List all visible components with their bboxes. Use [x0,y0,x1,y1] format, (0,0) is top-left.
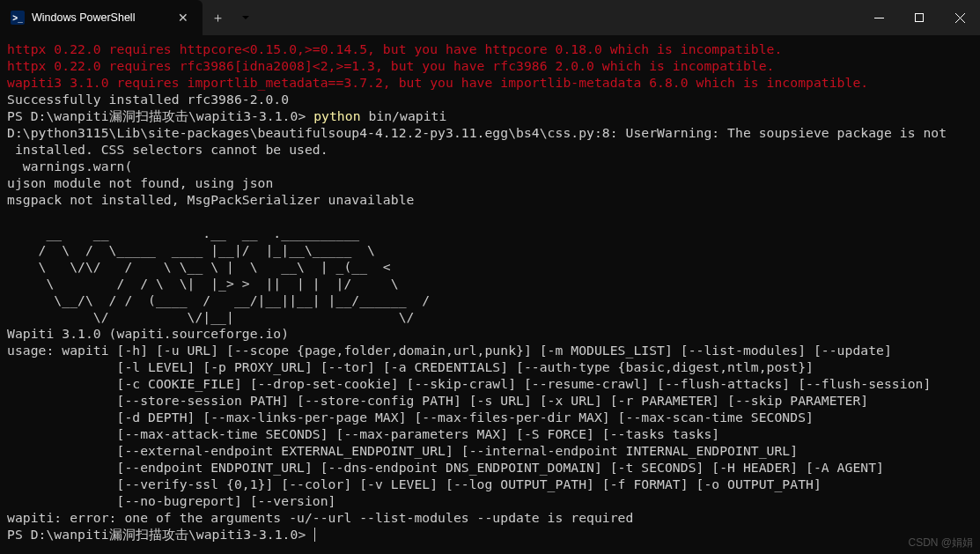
usage-line: [-c COOKIE_FILE] [--drop-set-cookie] [--… [7,376,931,391]
usage-line: [--store-session PATH] [--store-config P… [7,393,868,408]
terminal-output[interactable]: httpx 0.22.0 requires httpcore<0.15.0,>=… [0,35,980,546]
close-icon [955,13,965,23]
install-success: Successfully installed rfc3986-2.0.0 [7,92,289,107]
python-warning-line-2: installed. CSS selectors cannot be used. [7,142,328,157]
prompt-2-prefix: PS D:\wanpiti漏洞扫描攻击\wapiti3-3.1.0> [7,527,313,542]
tab-dropdown-button[interactable] [232,0,259,35]
pip-warning-3: wapiti3 3.1.0 requires importlib_metadat… [7,75,868,90]
chevron-down-icon [241,15,250,20]
minimize-button[interactable] [858,0,899,35]
prompt-1-command: python [313,108,360,123]
titlebar-drag-area[interactable] [259,0,858,35]
cursor [314,528,315,542]
prompt-1-prefix: PS D:\wanpiti漏洞扫描攻击\wapiti3-3.1.0> [7,108,313,123]
tab-close-button[interactable]: ✕ [174,9,192,26]
wapiti-error: wapiti: error: one of the arguments -u/-… [7,510,633,525]
python-warning-line-3: warnings.warn( [7,159,132,174]
ascii-art-line: \/ \/|__| \/ [7,309,414,324]
new-tab-button[interactable]: ＋ [203,0,232,35]
msgpack-notice: msgpack not installed, MsgPackSerializer… [7,192,414,207]
usage-line: [-l LEVEL] [-p PROXY_URL] [--tor] [-a CR… [7,359,814,374]
maximize-icon [915,13,924,22]
usage-line: [--no-bugreport] [--version] [7,493,336,508]
usage-line: [--external-endpoint EXTERNAL_ENDPOINT_U… [7,443,798,458]
tab-title: Windows PowerShell [32,11,167,24]
minimize-icon [874,13,884,23]
ujson-notice: ujson module not found, using json [7,175,273,190]
ascii-art-line: \ \/\/ / \ \__ \ | \ __\ | _(__ < [7,259,391,274]
usage-line: [-d DEPTH] [--max-links-per-page MAX] [-… [7,410,814,425]
ascii-art-line: / \ / \_____ ____ |__|/ |_|__\_____ \ [7,242,375,257]
pip-warning-2: httpx 0.22.0 requires rfc3986[idna2008]<… [7,58,774,73]
usage-line: [--verify-ssl {0,1}] [--color] [-v LEVEL… [7,476,822,491]
usage-line: [--max-attack-time SECONDS] [--max-param… [7,426,719,441]
python-warning-line-1: D:\python3115\Lib\site-packages\beautifu… [7,125,947,140]
close-window-button[interactable] [939,0,980,35]
ascii-art-line: \__/\ / / (____ / __/|__||__| |__/______… [7,292,430,307]
wapiti-version: Wapiti 3.1.0 (wapiti.sourceforge.io) [7,326,289,341]
ascii-art-line: __ __ .__ __ .__________ [7,225,359,240]
maximize-button[interactable] [899,0,939,35]
svg-rect-1 [916,14,924,22]
powershell-icon: >_ [11,11,25,25]
pip-warning-1: httpx 0.22.0 requires httpcore<0.15.0,>=… [7,41,782,56]
usage-line: [--endpoint ENDPOINT_URL] [--dns-endpoin… [7,460,884,475]
window-controls [858,0,980,35]
prompt-1-args: bin/wapiti [361,108,447,123]
titlebar: >_ Windows PowerShell ✕ ＋ [0,0,980,35]
tab-powershell[interactable]: >_ Windows PowerShell ✕ [0,0,203,35]
usage-line: usage: wapiti [-h] [-u URL] [--scope {pa… [7,343,892,358]
ascii-art-line: \ / / \ \| |_> > || | | |/ \ [7,276,399,291]
watermark: CSDN @娟娟 [908,536,973,550]
